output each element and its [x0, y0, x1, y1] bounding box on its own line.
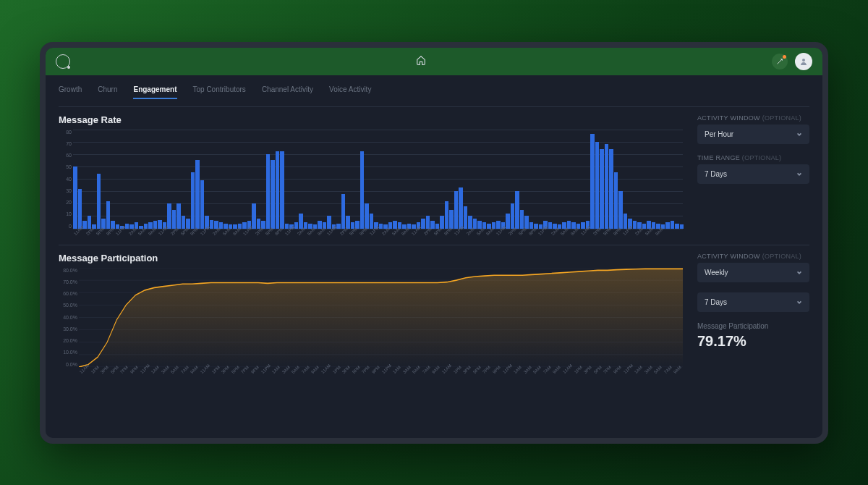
- bar: [464, 206, 468, 229]
- logo-icon[interactable]: [56, 54, 70, 69]
- panel-message-rate: Message Rate 80706050403020100 11AM2PM5P…: [59, 106, 809, 242]
- tab-top-contributors[interactable]: Top Contributors: [193, 85, 246, 99]
- bar: [346, 216, 350, 228]
- tab-engagement[interactable]: Engagement: [133, 85, 176, 99]
- select-time-range-1[interactable]: 7 Days: [697, 164, 809, 184]
- line-chart: 80.0%70.0%60.0%50.0%40.0%30.0%20.0%10.0%…: [59, 268, 683, 380]
- bar: [158, 220, 162, 229]
- bar: [191, 172, 195, 228]
- stat-label: Message Participation: [697, 322, 809, 330]
- chevron-down-icon: [796, 269, 802, 275]
- tabs: GrowthChurnEngagementTop ContributorsCha…: [59, 75, 809, 106]
- chart-title-message-rate: Message Rate: [59, 114, 683, 125]
- bar: [520, 210, 524, 229]
- chevron-down-icon: [796, 131, 802, 137]
- magic-wand-button[interactable]: [772, 54, 788, 69]
- select-activity-window-1[interactable]: Per Hour: [697, 125, 809, 144]
- bar: [624, 214, 628, 229]
- bar: [148, 222, 153, 229]
- select-activity-window-2[interactable]: Weekly: [697, 263, 809, 282]
- bar: [176, 203, 181, 228]
- bar: [327, 216, 331, 228]
- bar: [318, 221, 322, 228]
- tab-voice-activity[interactable]: Voice Activity: [329, 85, 371, 99]
- bar: [614, 172, 618, 228]
- bar: [473, 219, 477, 229]
- content-area: GrowthChurnEngagementTop ContributorsCha…: [46, 75, 822, 438]
- bar: [360, 151, 365, 228]
- bar: [506, 214, 510, 229]
- label-time-range-1: TIME RANGE (OPTIONAL): [697, 154, 809, 161]
- bar: [449, 210, 454, 229]
- stat-value: 79.17%: [697, 333, 809, 350]
- bar: [665, 222, 670, 229]
- bar: [675, 224, 679, 229]
- bar: [524, 216, 529, 228]
- chart-title-message-participation: Message Participation: [59, 253, 683, 263]
- bar: [609, 149, 613, 229]
- bar: [200, 180, 205, 229]
- app-frame: GrowthChurnEngagementTop ContributorsCha…: [40, 42, 828, 444]
- bar: [73, 166, 77, 229]
- bar: [370, 214, 374, 229]
- bar: [590, 134, 595, 228]
- chevron-down-icon: [796, 299, 802, 305]
- bar: [618, 191, 623, 228]
- bar: [97, 174, 101, 228]
- bar: [633, 221, 637, 228]
- label-activity-window-2: ACTIVITY WINDOW (OPTIONAL): [697, 253, 809, 260]
- home-icon[interactable]: [416, 55, 426, 68]
- bar: [496, 221, 501, 228]
- bar: [78, 189, 82, 229]
- bar: [167, 203, 171, 228]
- tab-churn[interactable]: Churn: [98, 85, 117, 99]
- bar: [605, 144, 609, 228]
- bar: [242, 222, 247, 229]
- bar: [172, 210, 176, 229]
- bar: [642, 224, 647, 229]
- bar: [106, 201, 111, 229]
- bar: [252, 203, 256, 228]
- select-time-range-2[interactable]: 7 Days: [697, 292, 809, 312]
- bar: [445, 201, 449, 229]
- bar: [365, 203, 369, 228]
- bar: [600, 149, 604, 229]
- bar: [182, 216, 186, 228]
- bar: [341, 194, 346, 229]
- bar: [511, 203, 515, 228]
- bar: [459, 187, 463, 229]
- tab-channel-activity[interactable]: Channel Activity: [262, 85, 313, 99]
- bar: [440, 216, 444, 228]
- bar: [430, 221, 435, 228]
- bar: [276, 151, 280, 228]
- bar: [581, 222, 585, 229]
- svg-point-0: [802, 59, 805, 62]
- bar: [595, 142, 600, 229]
- panel-message-participation: Message Participation 80.0%70.0%60.0%50.…: [59, 245, 809, 380]
- bar: [195, 160, 200, 228]
- tab-growth[interactable]: Growth: [59, 85, 82, 99]
- bar: [280, 151, 284, 228]
- bar: [271, 160, 275, 228]
- chevron-down-icon: [796, 171, 802, 177]
- bar-chart: 80706050403020100 11AM2PM5PM8PM11PM2AM5A…: [59, 130, 683, 242]
- bar: [421, 219, 425, 229]
- label-activity-window-1: ACTIVITY WINDOW (OPTIONAL): [697, 114, 809, 122]
- topbar: [46, 48, 822, 75]
- bar: [515, 191, 519, 228]
- bar: [285, 224, 289, 229]
- bar: [266, 154, 271, 229]
- bar: [671, 221, 675, 228]
- avatar-button[interactable]: [795, 53, 812, 70]
- bar: [454, 191, 459, 228]
